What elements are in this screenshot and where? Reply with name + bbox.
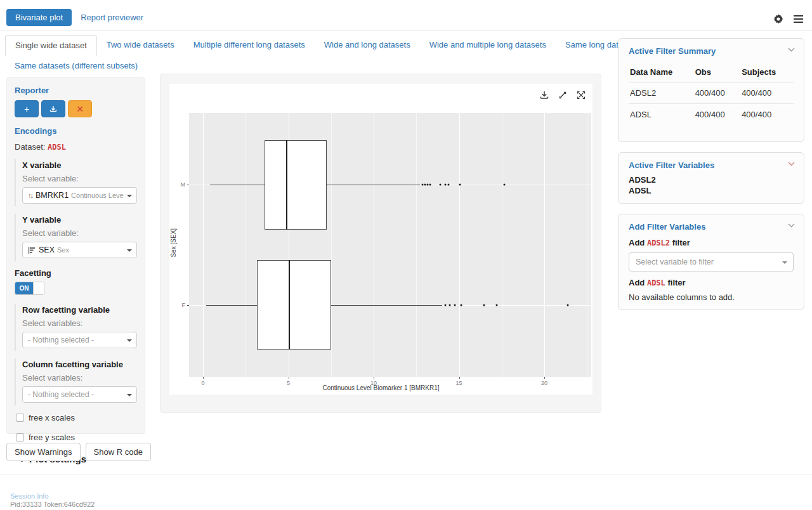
toggle-knob: [33, 282, 44, 294]
y-axis-title: Sex [SEX]: [170, 232, 177, 258]
boxplot-outlier: [448, 184, 450, 186]
boxplot-outlier: [421, 184, 423, 186]
show-warnings-button[interactable]: Show Warnings: [6, 443, 81, 461]
reporter-add-button[interactable]: +: [15, 100, 39, 117]
gear-icon[interactable]: [773, 14, 783, 24]
chevron-down-icon[interactable]: [788, 48, 795, 52]
x-tick-mark: [374, 377, 374, 379]
tab-report-previewer[interactable]: Report previewer: [81, 9, 143, 26]
y-category-label: F: [173, 302, 185, 308]
x-variable-group: X variable Select variable: ↑↓ BMRKR1 Co…: [15, 159, 137, 206]
boxplot-outlier: [567, 304, 569, 306]
tab-single-wide-dataset[interactable]: Single wide dataset: [5, 35, 97, 56]
boxplot-median: [289, 260, 290, 350]
table-row: ADSL2 400/400 400/400: [629, 82, 794, 104]
x-tick-label: 10: [370, 380, 377, 386]
x-tick-mark: [544, 377, 545, 379]
boxplot-outlier: [454, 304, 456, 306]
boxplot-whisker: [331, 305, 442, 306]
gridline-minor: [502, 113, 502, 377]
boxplot-outlier: [449, 304, 451, 306]
gridline-minor: [246, 113, 246, 377]
active-filter-summary-title[interactable]: Active Filter Summary: [629, 46, 794, 56]
active-filter-summary-panel: Active Filter Summary Data Name Obs Subj…: [618, 38, 804, 142]
row-facet-group: Row facetting variable Select variables:…: [15, 304, 137, 351]
tab-wide-and-long-datasets[interactable]: Wide and long datasets: [315, 35, 420, 56]
numeric-variable-icon: ↑↓: [28, 192, 32, 199]
free-y-scales-row: free y scales: [16, 433, 137, 442]
encodings-heading: Encodings: [15, 126, 137, 136]
boxplot-outlier: [445, 184, 447, 186]
resize-plot-icon[interactable]: [558, 90, 568, 100]
boxplot-outlier: [460, 304, 462, 306]
chevron-down-icon: [127, 249, 132, 252]
add-filter-variable-select[interactable]: Select variable to filter: [629, 252, 794, 271]
y-tick-mark: [187, 185, 189, 185]
x-tick-label: 5: [287, 380, 290, 386]
boxplot-median: [286, 140, 287, 230]
col-facet-select[interactable]: - Nothing selected -: [22, 386, 137, 403]
footer-divider: [0, 474, 812, 474]
facetting-toggle[interactable]: ON: [15, 282, 44, 295]
tab-same-datasets-different-subsets[interactable]: Same datasets (different subsets): [5, 56, 147, 75]
free-x-scales-checkbox[interactable]: [16, 414, 24, 422]
tab-multiple-different-long-datasets[interactable]: Multiple different long datasets: [184, 35, 315, 56]
y-variable-select[interactable]: SEX Sex: [22, 242, 137, 258]
active-filter-variables-panel: Active Filter Variables ADSL2 ADSL: [618, 152, 804, 204]
gridline-minor: [331, 113, 332, 377]
boxplot-outlier: [445, 304, 447, 306]
gridline-major: [203, 113, 204, 377]
chevron-down-icon: [782, 261, 787, 264]
free-y-scales-checkbox[interactable]: [16, 433, 24, 441]
no-columns-message: No available columns to add.: [629, 292, 794, 302]
filter-variable-adsl2[interactable]: ADSL2: [629, 175, 794, 185]
download-plot-icon[interactable]: [539, 90, 549, 100]
gridline-major: [544, 113, 545, 377]
hamburger-icon[interactable]: [794, 13, 803, 25]
x-tick-label: 20: [541, 380, 547, 386]
gridline-minor: [587, 113, 587, 377]
x-tick-label: 0: [202, 380, 205, 386]
filter-panel-column: Active Filter Summary Data Name Obs Subj…: [618, 38, 804, 320]
tab-wide-and-multiple-long-datasets[interactable]: Wide and multiple long datasets: [420, 35, 556, 56]
reporter-reset-button[interactable]: ✕: [68, 100, 92, 117]
col-facet-group: Column facetting variable Select variabl…: [15, 358, 137, 405]
chevron-down-icon: [127, 339, 132, 342]
session-info-link[interactable]: Session Info: [10, 492, 49, 500]
gridline-major: [374, 113, 374, 377]
chevron-down-icon: [127, 195, 132, 197]
y-tick-mark: [187, 305, 189, 306]
x-tick-mark: [289, 377, 289, 379]
plot-area: Continuous Level Biomarker 1 [BMRKR1] Se…: [169, 84, 593, 395]
module-nav: Bivariate plot Report previewer: [6, 9, 143, 26]
add-filter-variables-panel: Add Filter Variables Add ADSL2 filter Se…: [618, 214, 804, 310]
add-filter-variables-title[interactable]: Add Filter Variables: [629, 222, 794, 232]
app-header: Bivariate plot Report previewer: [0, 0, 812, 31]
dataset-name: ADSL: [48, 143, 66, 152]
chevron-down-icon[interactable]: [788, 162, 795, 166]
x-tick-mark: [203, 377, 204, 379]
chevron-down-icon[interactable]: [788, 223, 795, 228]
boxplot-outlier: [459, 184, 461, 186]
y-category-label: M: [173, 181, 185, 188]
chevron-down-icon: [127, 394, 132, 396]
expand-plot-icon[interactable]: [576, 90, 586, 100]
filter-summary-table: Data Name Obs Subjects ADSL2 400/400 400…: [629, 62, 794, 125]
download-icon: [49, 105, 57, 113]
gridline-major: [459, 113, 460, 377]
boxplot-outlier: [429, 184, 431, 186]
show-r-code-button[interactable]: Show R code: [86, 443, 151, 461]
reporter-download-button[interactable]: [41, 100, 65, 117]
tab-bivariate-plot[interactable]: Bivariate plot: [6, 9, 72, 26]
factor-variable-icon: [28, 247, 36, 254]
filter-variable-adsl[interactable]: ADSL: [629, 186, 794, 195]
add-adsl-filter-label: Add ADSL filter: [629, 278, 794, 287]
encodings-sidebar: Reporter + ✕ Encodings Dataset: ADSL X v…: [6, 77, 145, 434]
boxplot-outlier: [439, 184, 441, 186]
dataset-tabs: Single wide dataset Two wide datasets Mu…: [5, 35, 608, 75]
row-facet-select[interactable]: - Nothing selected -: [22, 332, 137, 348]
tab-two-wide-datasets[interactable]: Two wide datasets: [97, 35, 184, 56]
x-variable-select[interactable]: ↑↓ BMRKR1 Continuous Level Biomarker 1: [22, 187, 137, 204]
boxplot-box: [265, 140, 327, 230]
active-filter-variables-title[interactable]: Active Filter Variables: [629, 160, 794, 170]
